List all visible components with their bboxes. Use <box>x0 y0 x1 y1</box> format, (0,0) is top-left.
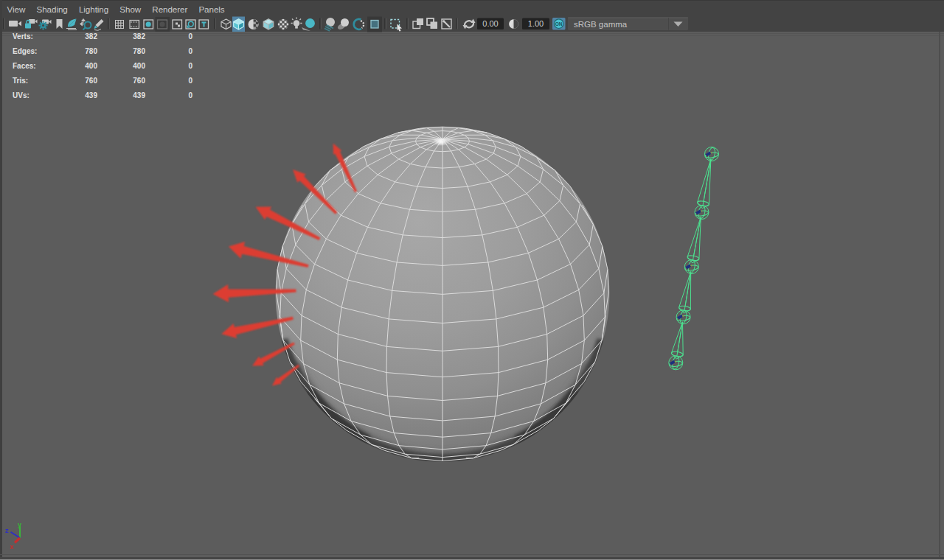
svg-text:sRGB gamma: sRGB gamma <box>574 20 628 29</box>
svg-text:x: x <box>10 542 15 550</box>
svg-text:0.00: 0.00 <box>482 19 498 28</box>
svg-text:z: z <box>5 526 9 534</box>
svg-text:y: y <box>18 520 22 528</box>
svg-text:ON: ON <box>555 21 563 27</box>
svg-text:1.00: 1.00 <box>528 19 544 28</box>
